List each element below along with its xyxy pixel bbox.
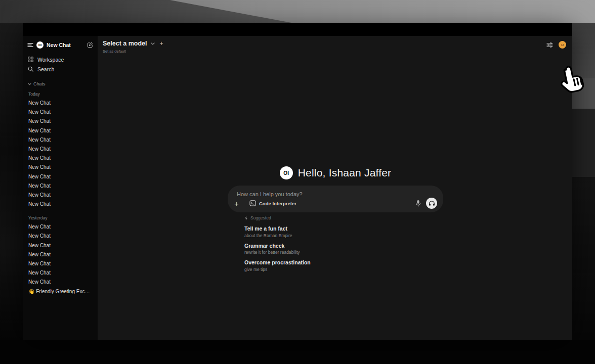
chevron-down-icon	[151, 42, 155, 45]
sidebar-nav: Workspace Search	[23, 55, 98, 74]
chat-item[interactable]: New Chat	[23, 181, 98, 191]
set-as-default-link[interactable]: Set as default	[103, 49, 163, 54]
greeting-text: Hello, Ishaan Jaffer	[298, 167, 392, 179]
chat-list-yesterday: New Chat New Chat New Chat New Chat New …	[23, 222, 98, 296]
chat-group-label-today: Today	[23, 92, 98, 97]
sidebar-item-workspace[interactable]: Workspace	[23, 55, 98, 64]
suggested-prompt-title: Overcome procrastination	[244, 259, 443, 265]
app-logo: OI	[36, 41, 44, 49]
headphones-icon	[429, 200, 435, 206]
model-selector[interactable]: Select a model +	[103, 40, 163, 47]
chat-item[interactable]: New Chat	[23, 99, 98, 108]
chat-item[interactable]: New Chat	[23, 135, 98, 145]
main-header: Select a model + Set as default	[98, 36, 572, 54]
chat-item[interactable]: New Chat	[23, 191, 98, 200]
suggested-label: Suggested	[250, 215, 271, 220]
main-content: Select a model + Set as default	[98, 36, 572, 340]
desktop-wallpaper-left	[0, 23, 23, 340]
model-selector-block: Select a model + Set as default	[103, 40, 163, 54]
suggested-prompt-title: Tell me a fun fact	[244, 225, 443, 232]
chat-item[interactable]: New Chat	[23, 241, 98, 250]
suggested-header: Suggested	[244, 215, 443, 221]
user-avatar[interactable]: IJ	[559, 41, 566, 49]
header-actions: IJ	[546, 40, 566, 49]
suggested-prompt-subtitle: about the Roman Empire	[244, 233, 443, 238]
chat-list-today: New Chat New Chat New Chat New Chat New …	[23, 99, 98, 209]
sidebar: OI New Chat Worksp	[23, 36, 98, 340]
suggested-prompt[interactable]: Overcome procrastination give me tips	[244, 259, 443, 272]
chat-input-box[interactable]: How can I help you today? + Code Interpr…	[228, 186, 443, 212]
chevron-down-icon	[28, 83, 31, 85]
suggested-prompt[interactable]: Grammar check rewrite it for better read…	[244, 243, 443, 255]
suggested-section: Suggested Tell me a fun fact about the R…	[228, 215, 443, 272]
bolt-icon	[244, 216, 248, 220]
chat-item[interactable]: New Chat	[23, 259, 98, 268]
code-interpreter-icon	[249, 200, 256, 206]
greeting: OI Hello, Ishaan Jaffer	[228, 166, 443, 179]
chat-item[interactable]: New Chat	[23, 145, 98, 154]
voice-call-button[interactable]	[426, 198, 437, 209]
chat-item[interactable]: New Chat	[23, 278, 98, 287]
add-model-button[interactable]: +	[160, 40, 163, 47]
welcome-area: OI Hello, Ishaan Jaffer How can I help y…	[228, 166, 443, 272]
chat-item[interactable]: New Chat	[23, 200, 98, 209]
chat-item[interactable]: New Chat	[23, 108, 98, 117]
app-logo: OI	[280, 166, 293, 179]
chat-item[interactable]: 👋 Friendly Greeting Exchange	[23, 287, 98, 296]
suggested-prompt-title: Grammar check	[244, 243, 443, 249]
suggested-prompt[interactable]: Tell me a fun fact about the Roman Empir…	[244, 225, 443, 238]
chat-item[interactable]: New Chat	[23, 172, 98, 181]
desktop-wallpaper-right	[572, 177, 595, 340]
chat-group-label-yesterday: Yesterday	[23, 215, 98, 221]
chats-section-label: Chats	[33, 81, 46, 86]
desktop-wallpaper-right	[572, 109, 595, 177]
suggested-prompt-subtitle: rewrite it for better readability	[244, 250, 443, 255]
attach-plus-button[interactable]: +	[234, 200, 242, 207]
sidebar-item-label: Workspace	[37, 57, 64, 63]
app-window: OI New Chat Worksp	[23, 23, 572, 340]
app-body: OI New Chat Worksp	[23, 36, 572, 340]
new-chat-icon[interactable]	[87, 42, 93, 48]
code-interpreter-toggle[interactable]: Code Interpreter	[249, 200, 296, 206]
chat-input-placeholder: How can I help you today?	[237, 191, 303, 197]
chat-item[interactable]: New Chat	[23, 117, 98, 126]
suggested-list: Tell me a fun fact about the Roman Empir…	[244, 225, 443, 272]
suggested-prompt-subtitle: give me tips	[244, 267, 443, 272]
chat-item[interactable]: New Chat	[23, 126, 98, 135]
sidebar-item-label: Search	[37, 66, 54, 72]
chat-input-toolbar: + Code Interpreter	[234, 198, 437, 209]
model-selector-label: Select a model	[103, 40, 147, 47]
sidebar-toggle-icon[interactable]	[27, 42, 33, 48]
microphone-icon[interactable]	[415, 200, 421, 207]
chat-item[interactable]: New Chat	[23, 268, 98, 278]
settings-sliders-icon[interactable]	[546, 42, 553, 48]
hand-cursor	[554, 61, 591, 98]
chat-item[interactable]: New Chat	[23, 232, 98, 241]
chat-item[interactable]: New Chat	[23, 250, 98, 259]
sidebar-header: OI New Chat	[23, 39, 98, 51]
chats-section-header[interactable]: Chats	[23, 81, 98, 87]
sidebar-item-search[interactable]: Search	[23, 64, 98, 74]
sidebar-app-title: New Chat	[47, 42, 84, 48]
chat-item[interactable]: New Chat	[23, 154, 98, 163]
code-interpreter-label: Code Interpreter	[259, 201, 296, 206]
chat-item[interactable]: New Chat	[23, 222, 98, 232]
window-titlebar	[23, 23, 572, 36]
desktop: { "sidebar": { "app_name": "New Chat", "…	[0, 0, 595, 364]
chat-item[interactable]: New Chat	[23, 163, 98, 172]
